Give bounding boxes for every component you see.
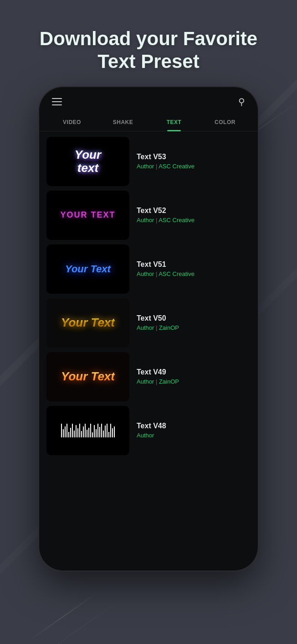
list-item[interactable]: Your Text Text V50 Author | ZainOP xyxy=(46,298,251,348)
preset-thumbnail-v51: Your Text xyxy=(46,244,129,294)
preset-name-v48: Text V48 xyxy=(137,422,251,430)
thumb-text-v52: YOUR TEXT xyxy=(60,210,115,220)
preset-thumbnail-v48 xyxy=(46,406,129,455)
preset-info-v52: Text V52 Author | ASC Creative xyxy=(137,207,251,223)
preset-name-v53: Text V53 xyxy=(137,153,251,161)
thumb-text-v50: Your Text xyxy=(61,316,115,330)
preset-list: Yourtext Text V53 Author | ASC Creative … xyxy=(39,131,258,571)
preset-info-v51: Text V51 Author | ASC Creative xyxy=(137,260,251,277)
tab-color[interactable]: COLOR xyxy=(200,115,251,131)
deco-line-bottom xyxy=(26,590,102,643)
preset-thumbnail-v49: Your Text xyxy=(46,352,129,401)
preset-author-v51: Author | ASC Creative xyxy=(137,270,251,277)
list-item[interactable]: Text V48 Author xyxy=(46,406,251,455)
list-item[interactable]: Your Text Text V49 Author | ZainOP xyxy=(46,352,251,401)
phone-screen: ⚲ VIDEO SHAKE TEXT COLOR Yourtext Text V… xyxy=(39,87,258,571)
tab-video[interactable]: VIDEO xyxy=(46,115,97,131)
hamburger-menu-button[interactable] xyxy=(52,98,62,105)
preset-author-v50: Author | ZainOP xyxy=(137,324,251,331)
phone-frame: ⚲ VIDEO SHAKE TEXT COLOR Yourtext Text V… xyxy=(39,87,258,571)
preset-info-v53: Text V53 Author | ASC Creative xyxy=(137,153,251,170)
list-item[interactable]: Yourtext Text V53 Author | ASC Creative xyxy=(46,137,251,186)
preset-author-v53: Author | ASC Creative xyxy=(137,163,251,170)
preset-name-v52: Text V52 xyxy=(137,207,251,215)
list-item[interactable]: YOUR TEXT Text V52 Author | ASC Creative xyxy=(46,191,251,240)
deco-line-bottom2 xyxy=(21,591,133,644)
header-section: Download your Favorite Text Preset xyxy=(12,0,285,87)
tab-bar: VIDEO SHAKE TEXT COLOR xyxy=(39,112,258,131)
preset-name-v50: Text V50 xyxy=(137,314,251,322)
preset-thumbnail-v50: Your Text xyxy=(46,298,129,348)
hamburger-line-1 xyxy=(52,98,62,99)
barcode-graphic xyxy=(61,424,115,437)
tab-text[interactable]: TEXT xyxy=(148,115,200,131)
top-bar: ⚲ xyxy=(39,87,258,112)
preset-author-v49: Author | ZainOP xyxy=(137,378,251,385)
preset-name-v51: Text V51 xyxy=(137,260,251,269)
thumb-text-v49: Your Text xyxy=(61,369,115,384)
thumb-text-v53: Yourtext xyxy=(75,148,101,174)
preset-thumbnail-v53: Yourtext xyxy=(46,137,129,186)
thumb-text-v51: Your Text xyxy=(65,263,111,275)
preset-author-v52: Author | ASC Creative xyxy=(137,217,251,223)
preset-info-v48: Text V48 Author xyxy=(137,422,251,439)
preset-info-v50: Text V50 Author | ZainOP xyxy=(137,314,251,331)
list-item[interactable]: Your Text Text V51 Author | ASC Creative xyxy=(46,244,251,294)
page-title: Download your Favorite Text Preset xyxy=(40,27,257,73)
preset-thumbnail-v52: YOUR TEXT xyxy=(46,191,129,240)
preset-name-v49: Text V49 xyxy=(137,368,251,376)
search-icon[interactable]: ⚲ xyxy=(238,96,245,107)
tab-shake[interactable]: SHAKE xyxy=(97,115,148,131)
hamburger-line-2 xyxy=(52,101,62,102)
preset-info-v49: Text V49 Author | ZainOP xyxy=(137,368,251,385)
hamburger-line-3 xyxy=(52,104,62,105)
preset-author-v48: Author xyxy=(137,432,251,439)
